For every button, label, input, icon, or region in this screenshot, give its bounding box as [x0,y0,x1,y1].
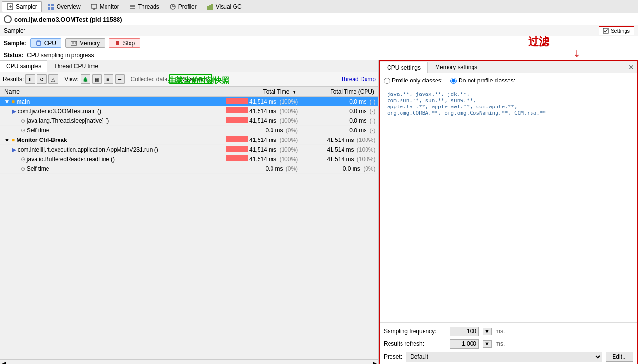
visualgc-tab-label: Visual GC [216,3,242,10]
pause-icon: ⏸ [28,77,33,82]
total-time-val: 41,514 ms [249,137,276,143]
table-row[interactable]: ▶ com.intellij.rt.execution.application.… [0,145,378,154]
edit-button[interactable]: Edit... [606,352,633,362]
tab-overview[interactable]: Overview [43,1,85,12]
row-cpu-time: 0.0 ms (-) [301,106,378,116]
results-refresh-dropdown[interactable]: ▼ [483,340,492,348]
scroll-left-btn[interactable]: ◀ [2,360,6,364]
view-options-button[interactable]: ☰ [115,74,125,84]
profile-radio-row: Profile only classes: Do not profile cla… [384,77,633,84]
do-not-profile-option[interactable]: Do not profile classes: [450,77,515,84]
total-pct: (100%) [279,156,298,163]
tab-cpu-samples[interactable]: CPU samples [0,60,47,72]
bar-container [226,107,248,113]
col-total-cpu[interactable]: Total Time (CPU) [301,87,378,97]
stop-button[interactable]: Stop [109,38,140,48]
delta-icon: △ [51,77,55,82]
table-row[interactable]: ▼ ■ Monitor Ctrl-Break 41,514 ms (100%) [0,135,378,145]
bar-container [226,98,248,104]
tab-visualgc[interactable]: Visual GC [202,1,246,12]
profile-only-radio[interactable] [384,78,390,84]
cpu-button[interactable]: CPU [30,38,61,48]
total-pct: (0%) [286,127,298,134]
cpu-pct: (0%) [363,165,375,172]
svg-rect-29 [73,42,74,44]
snapshot-button[interactable]: Snapshot [169,74,212,84]
row-name-text: Self time [27,165,49,172]
results-text: Results: [3,76,24,82]
tab-threads[interactable]: Threads [124,1,164,12]
row-name: ⊙ java.io.BufferedReader.readLine () [0,154,223,164]
pause-button[interactable]: ⏸ [25,74,35,84]
threads-tab-label: Threads [138,3,159,10]
table-row[interactable]: ▶ com.ljw.demo3.OOMTest.main () 41,514 m… [0,106,378,116]
memory-settings-label: Memory settings [435,64,477,70]
main-area: CPU samples Thread CPU time Results: ⏸ ↺… [0,60,638,364]
sampler-header: Sampler Settings [0,25,638,36]
folder-icon: ■ [12,137,17,143]
total-pct: (100%) [279,146,298,153]
cpu-pct: (-) [370,117,376,124]
snapshot-icon [174,76,181,82]
col-total-time-label: Total Time [263,88,290,95]
table-row[interactable]: ⊙ java.io.BufferedReader.readLine () 41,… [0,154,378,164]
col-total-time[interactable]: Total Time ▼ [223,87,301,97]
scroll-right-btn[interactable]: ▶ [373,360,377,364]
preset-row: Preset: Default Edit... [384,352,633,362]
class-icon: ▶ [12,146,18,153]
total-time-val: 41,514 ms [249,117,276,124]
bottom-scroll-bar[interactable]: ◀ ▶ [0,359,378,364]
table-icon: ▦ [95,77,99,82]
classes-textarea[interactable]: java.**, javax.**, jdk.**, com.sun.**, s… [384,88,633,318]
svg-rect-20 [37,41,41,45]
tab-thread-cpu-time[interactable]: Thread CPU time [47,60,105,72]
total-pct: (100%) [279,137,298,143]
class-icon: ▶ [12,108,18,115]
cpu-pct: (-) [370,98,376,105]
time-icon: ⊙ [21,156,27,163]
col-name[interactable]: Name [0,87,223,97]
tab-monitor[interactable]: Monitor [86,1,123,12]
do-not-profile-radio[interactable] [450,78,457,84]
resume-button[interactable]: ↺ [37,74,47,84]
svg-rect-4 [51,4,54,6]
sampling-freq-dropdown[interactable]: ▼ [483,328,492,335]
view-table-button[interactable]: ▦ [92,74,102,84]
delta-button[interactable]: △ [48,74,58,84]
cpu-data-table-scroll[interactable]: Name Total Time ▼ Total Time (CPU) [0,86,378,359]
time-icon: ⊙ [21,165,27,172]
profiler-icon [169,3,177,11]
svg-rect-7 [91,4,97,8]
preset-select[interactable]: Default [406,352,602,362]
cpu-time-val: 41,514 ms [327,156,354,163]
settings-tab-cpu[interactable]: CPU settings [380,62,428,73]
total-pct: (100%) [279,108,298,115]
tab-sampler[interactable]: Sampler [2,1,42,12]
folder-icon: ■ [12,98,17,105]
view-tree-button[interactable]: 🌲 [81,74,90,84]
sampler-icon [6,3,14,11]
total-pct: (100%) [279,98,298,105]
table-row[interactable]: ⊙ java.lang.Thread.sleep[native] () 41,5… [0,116,378,126]
thread-cpu-time-label: Thread CPU time [54,63,98,70]
view-flat-button[interactable]: ≡ [104,74,113,84]
tab-profiler[interactable]: Profiler [165,1,201,12]
svg-rect-18 [211,4,213,10]
thread-dump-link[interactable]: Thread Dump [341,76,376,82]
sampling-freq-unit: ms. [496,328,505,335]
do-not-profile-label: Do not profile classes: [459,77,515,84]
settings-body: Profile only classes: Do not profile cla… [380,73,637,322]
settings-tab-memory[interactable]: Memory settings [428,61,484,73]
separator-2 [128,75,128,83]
results-refresh-input[interactable] [450,339,479,349]
profile-only-option[interactable]: Profile only classes: [384,77,443,84]
sampling-freq-input[interactable] [450,327,479,336]
row-cpu-time: 0.0 ms (0%) [301,164,378,174]
table-row[interactable]: ⊙ Self time 0.0 ms (0%) [0,126,378,135]
settings-close-button[interactable]: ✕ [628,63,634,71]
memory-button[interactable]: Memory [65,38,105,48]
table-row[interactable]: ▼ ■ main 41,514 ms (100%) [0,97,378,106]
time-icon: ⊙ [21,127,27,134]
settings-button[interactable]: Settings [599,26,634,35]
table-row[interactable]: ⊙ Self time 0.0 ms (0%) [0,164,378,174]
